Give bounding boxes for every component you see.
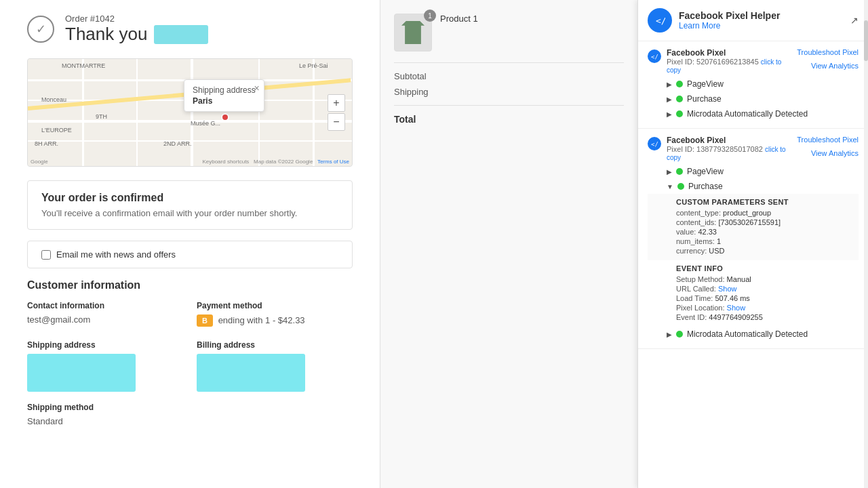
tooltip-city: Paris	[193, 96, 256, 106]
billing-address-section: Billing address	[197, 340, 353, 392]
pixel1-info: Facebook Pixel Pixel ID: 520761696213845…	[667, 48, 791, 74]
pixel2-troubleshoot[interactable]: Troubleshoot Pixel	[797, 136, 859, 144]
pixel2-section: </> Facebook Pixel Pixel ID: 13877932850…	[638, 129, 868, 349]
customer-name-block	[154, 25, 208, 44]
svg-text:</>: </>	[651, 54, 658, 60]
pixel1-id: Pixel ID: 520761696213845 click to copy	[667, 58, 791, 74]
pixel2-pageview-row: ▶ PageView	[648, 164, 859, 179]
fb-panel-header: </> Facebook Pixel Helper Learn More ↗	[638, 0, 868, 41]
fb-scrollbar[interactable]	[864, 0, 868, 488]
param-num-items-value: 1	[717, 237, 721, 245]
pixel1-microdata-dot	[676, 110, 683, 117]
param-content-type: content_type: product_group	[676, 209, 849, 217]
map-zoom-in-button[interactable]: +	[328, 94, 345, 112]
email-checkbox-label: Email me with news and offers	[56, 249, 176, 260]
email-checkbox[interactable]	[41, 250, 51, 260]
param-content-ids-value: [73053026715591]	[718, 218, 781, 226]
custom-params-section: CUSTOM PARAMETERS SENT content_type: pro…	[648, 194, 859, 260]
payment-section: Payment method B ending with 1 - $42.33	[197, 301, 353, 327]
param-currency: currency: USD	[676, 247, 849, 255]
info-grid: Contact information test@gmail.com Payme…	[27, 301, 353, 392]
product-quantity-badge: 1	[424, 9, 436, 22]
map-road	[191, 59, 193, 166]
map-label: 2ND ARR.	[163, 140, 192, 147]
confirmation-box: Your order is confirmed You'll receive a…	[27, 180, 353, 230]
map-keyboard: Keyboard shortcuts	[202, 159, 249, 165]
product-tshirt-icon	[401, 21, 425, 44]
map-road	[136, 59, 138, 166]
event-info-section: EVENT INFO Setup Method: Manual URL Call…	[648, 260, 859, 327]
map-label: Monceau	[41, 96, 66, 103]
order-header: ✓ Order #1042 Thank you	[27, 14, 353, 45]
subtotal-label: Subtotal	[394, 71, 427, 81]
billing-address-block	[197, 354, 305, 392]
pixel1-purchase-dot	[676, 96, 683, 102]
pixel2-id-text: Pixel ID: 1387793285017082	[667, 145, 763, 153]
pixel1-pageview-arrow[interactable]: ▶	[667, 81, 672, 88]
fb-external-link-icon[interactable]: ↗	[850, 15, 859, 26]
pixel2-actions: Troubleshoot Pixel View Analytics	[797, 136, 859, 157]
param-content-type-key: content_type:	[676, 209, 723, 217]
pixel2-purchase-dot	[677, 183, 684, 190]
subtotal-row: Subtotal	[394, 71, 624, 81]
custom-params-title: CUSTOM PARAMETERS SENT	[676, 198, 849, 206]
map-footer: Keyboard shortcuts Map data ©2022 Google…	[202, 159, 349, 165]
pixel1-pageview-label: PageView	[687, 79, 724, 89]
map-controls: + −	[328, 94, 345, 131]
param-content-ids-key: content_ids:	[676, 218, 718, 226]
main-content: ✓ Order #1042 Thank you MONTMARTRE Le Pr…	[0, 0, 380, 488]
map-label: 9TH	[96, 113, 107, 120]
svg-text:</>: </>	[656, 16, 665, 26]
order-summary: 1 Product 1 Subtotal Shipping Total	[380, 0, 637, 488]
pixel1-purchase-arrow[interactable]: ▶	[667, 96, 672, 103]
map-container[interactable]: MONTMARTRE Le Pré-Sai Monceau 9TH L'EURO…	[27, 58, 353, 167]
fb-main-icon: </>	[648, 8, 672, 33]
pixel1-microdata-arrow[interactable]: ▶	[667, 110, 672, 118]
param-content-ids: content_ids: [73053026715591]	[676, 218, 849, 226]
product-row: 1 Product 1	[394, 14, 624, 52]
pixel2-info: Facebook Pixel Pixel ID: 138779328501708…	[667, 136, 791, 161]
payment-amount: $42.33	[278, 315, 305, 325]
setup-method-value: Manual	[727, 275, 751, 283]
pixel1-analytics[interactable]: View Analytics	[811, 62, 859, 70]
product-details: Product 1	[440, 14, 616, 24]
url-called-link[interactable]: Show	[718, 285, 737, 293]
order-info: Order #1042 Thank you	[65, 14, 208, 45]
pixel1-name: Facebook Pixel	[667, 48, 791, 58]
payment-badge: B	[197, 314, 213, 327]
map-background: MONTMARTRE Le Pré-Sai Monceau 9TH L'EURO…	[28, 59, 352, 166]
map-terms[interactable]: Terms of Use	[317, 159, 349, 165]
event-info-url: URL Called: Show	[676, 285, 849, 293]
total-row: Total	[394, 114, 624, 125]
pixel2-pageview-arrow[interactable]: ▶	[667, 168, 672, 176]
pixel2-purchase-arrow[interactable]: ▼	[667, 183, 673, 190]
map-label: Musée G...	[191, 120, 220, 127]
event-id-key: Event ID:	[676, 313, 709, 321]
pixel2-analytics[interactable]: View Analytics	[811, 149, 859, 157]
pixel1-actions: Troubleshoot Pixel View Analytics	[797, 48, 859, 70]
email-row: Email me with news and offers	[27, 241, 353, 268]
param-num-items: num_items: 1	[676, 237, 849, 245]
fb-learn-more[interactable]: Learn More	[679, 21, 780, 30]
load-time-key: Load Time:	[676, 294, 715, 302]
map-zoom-out-button[interactable]: −	[328, 113, 345, 131]
pixel2-top-row: </> Facebook Pixel Pixel ID: 13877932850…	[648, 136, 859, 161]
fb-panel: </> Facebook Pixel Helper Learn More ↗ <…	[637, 0, 868, 488]
pixel-location-link[interactable]: Show	[727, 304, 746, 312]
param-content-type-value: product_group	[723, 209, 771, 217]
payment-value: B ending with 1 - $42.33	[197, 314, 353, 327]
pixel1-troubleshoot[interactable]: Troubleshoot Pixel	[797, 48, 859, 56]
pixel2-microdata-arrow[interactable]: ▶	[667, 331, 672, 338]
pixel2-microdata-label: Microdata Automatically Detected	[687, 329, 808, 339]
shipping-address-section: Shipping address	[27, 340, 183, 392]
product-name: Product 1	[440, 14, 616, 24]
pixel1-purchase-row: ▶ Purchase	[648, 92, 859, 106]
total-divider	[394, 105, 624, 106]
map-label: Le Pré-Sai	[299, 62, 328, 69]
billing-address-label: Billing address	[197, 340, 353, 350]
param-value: value: 42.33	[676, 228, 849, 236]
map-road	[258, 59, 260, 166]
param-value-value: 42.33	[698, 228, 717, 236]
product-image-wrap: 1	[394, 14, 432, 52]
tooltip-close-icon[interactable]: ×	[254, 83, 260, 94]
